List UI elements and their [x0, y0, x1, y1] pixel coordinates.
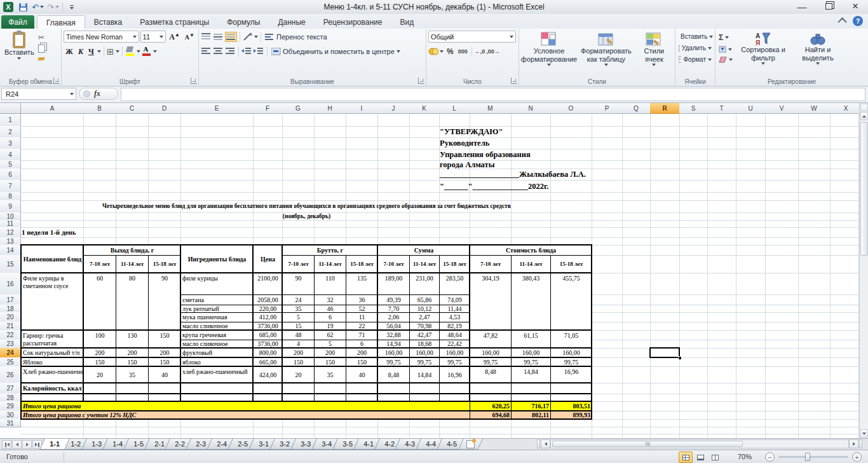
cell-J27[interactable] — [377, 383, 410, 394]
cell-H17[interactable]: 32 — [314, 294, 346, 305]
cell-J26[interactable]: 8,48 — [377, 366, 410, 384]
cell-F21[interactable]: 3736,00 — [253, 322, 283, 331]
first-sheet-button[interactable] — [2, 440, 11, 449]
clear-button[interactable] — [717, 56, 734, 64]
column-header-K[interactable]: K — [409, 103, 440, 114]
cell-G17[interactable]: 24 — [282, 294, 315, 305]
column-header-O[interactable]: O — [550, 103, 592, 114]
cell-A30[interactable]: Итого цена рациона с учетом 12% НДС — [21, 411, 470, 420]
align-left-icon[interactable] — [201, 47, 212, 56]
row-header-8[interactable]: 8 — [0, 192, 21, 201]
cell-styles-button[interactable]: Стили ячеек — [635, 31, 673, 76]
prev-sheet-button[interactable] — [12, 440, 22, 449]
cell-K15[interactable]: 11-14 лет — [409, 255, 440, 273]
tab-Вид[interactable]: Вид — [391, 15, 423, 29]
page-break-view-button[interactable] — [708, 452, 722, 463]
tab-split-handle[interactable] — [537, 439, 540, 448]
cell-K23[interactable]: 18,68 — [409, 340, 440, 349]
cell-G28[interactable] — [282, 394, 315, 402]
cell-I17[interactable]: 36 — [346, 294, 378, 305]
cell-I16[interactable]: 135 — [346, 273, 378, 295]
name-box-dropdown[interactable] — [70, 93, 74, 95]
cell-D25[interactable]: 150 — [148, 357, 181, 367]
cell-H23[interactable]: 5 — [314, 340, 346, 349]
cell-J20[interactable]: 2,06 — [377, 312, 410, 322]
font-name-select[interactable]: Times New Roman — [64, 31, 139, 43]
cell-E16[interactable]: филе курицы — [180, 273, 254, 295]
cell-G24[interactable]: 200 — [282, 348, 315, 358]
tab-Главная[interactable]: Главная — [37, 15, 85, 29]
cell-G26[interactable]: 20 — [282, 366, 315, 384]
cell-C25[interactable]: 150 — [116, 357, 149, 367]
cell-O15[interactable]: 15-18 лет — [550, 255, 592, 273]
sort-filter-button[interactable]: АЯ Сортировка и фильтр — [736, 31, 790, 76]
cell-D26[interactable]: 40 — [148, 366, 181, 384]
horizontal-scroll-track[interactable] — [550, 439, 849, 448]
cell-O26[interactable]: 16,96 — [550, 366, 592, 384]
row-header-7[interactable]: 7 — [0, 180, 21, 193]
cell-A16[interactable]: Филе курицы в сметанном соусе — [21, 273, 84, 331]
column-header-M[interactable]: M — [470, 103, 512, 114]
cell-L16[interactable]: 283,50 — [439, 273, 470, 295]
scrollbar-resize-handle[interactable] — [859, 439, 862, 448]
cell-O27[interactable] — [550, 383, 592, 394]
delete-cells-button[interactable]: Удалить — [677, 44, 713, 52]
cell-N26[interactable]: 14,84 — [511, 366, 551, 384]
cell-M25[interactable]: 99,75 — [470, 357, 512, 367]
row-header-1[interactable]: 1 — [0, 114, 21, 127]
column-header-G[interactable]: G — [282, 103, 315, 114]
cell-A10[interactable]: (ноябрь, декабрь) — [21, 212, 592, 221]
cell-L23[interactable]: 22,42 — [439, 340, 470, 349]
cell-J15[interactable]: 7-10 лет — [377, 255, 410, 273]
cell-O28[interactable] — [550, 394, 592, 402]
cell-J28[interactable] — [377, 394, 410, 402]
minimize-ribbon-icon[interactable] — [838, 17, 847, 26]
cell-M16[interactable]: 304,19 — [470, 273, 512, 331]
minimize-button[interactable]: — — [793, 0, 811, 13]
fill-button[interactable] — [717, 45, 734, 53]
cell-D27[interactable] — [148, 383, 181, 394]
cell-F22[interactable]: 685,00 — [253, 330, 283, 340]
next-sheet-button[interactable] — [22, 440, 32, 449]
cell-H27[interactable] — [314, 383, 346, 394]
column-header-F[interactable]: F — [253, 103, 283, 114]
grow-font-button[interactable]: А▲ — [167, 32, 182, 42]
cell-C22[interactable]: 130 — [116, 330, 149, 349]
cell-B28[interactable] — [83, 394, 116, 402]
vertical-split-handle[interactable] — [860, 104, 868, 111]
cell-G22[interactable]: 48 — [282, 330, 315, 340]
cell-K17[interactable]: 65,86 — [409, 294, 440, 305]
cell-I26[interactable]: 40 — [346, 366, 378, 384]
tab-Данные[interactable]: Данные — [269, 15, 314, 29]
cell-L6[interactable]: ____________________Жылкыбаева Л.А. — [439, 169, 592, 181]
cell-L7[interactable]: "______"______________2022г. — [439, 180, 592, 193]
zoom-out-button[interactable]: − — [765, 452, 775, 462]
insert-worksheet-tab[interactable] — [458, 439, 483, 450]
vertical-scroll-thumb[interactable] — [860, 122, 868, 256]
cell-L20[interactable]: 4,53 — [439, 312, 470, 322]
cell-G14[interactable]: Брутто, г — [282, 245, 378, 256]
column-header-C[interactable]: C — [116, 103, 149, 114]
cell-L17[interactable]: 74,09 — [439, 294, 470, 305]
cell-E21[interactable]: масло сливочное — [180, 322, 254, 331]
accounting-dropdown[interactable] — [440, 50, 444, 53]
cell-M24[interactable]: 160,00 — [470, 348, 512, 358]
fx-icon[interactable]: fx — [94, 89, 100, 99]
cell-J22[interactable]: 32,88 — [377, 330, 410, 340]
cell-E23[interactable]: масло сливочное — [180, 340, 254, 349]
column-header-L[interactable]: L — [439, 103, 470, 114]
percent-style-button[interactable]: % — [445, 47, 456, 56]
cell-L28[interactable] — [439, 394, 470, 402]
cell-I25[interactable]: 150 — [346, 357, 378, 367]
row-header-12[interactable]: 12 — [0, 227, 21, 238]
cell-A14[interactable]: Наименование блюд — [21, 245, 84, 273]
cell-D22[interactable]: 150 — [148, 330, 181, 349]
fill-color-dropdown[interactable] — [137, 50, 140, 53]
cell-F25[interactable]: 665,00 — [253, 357, 283, 367]
align-top-icon[interactable] — [201, 32, 212, 41]
cell-K25[interactable]: 99,75 — [409, 357, 440, 367]
cell-K26[interactable]: 14,84 — [409, 366, 440, 384]
cell-B15[interactable]: 7-10 лет — [83, 255, 116, 273]
restore-button[interactable] — [820, 0, 837, 13]
row-header-23[interactable]: 23 — [0, 340, 21, 349]
